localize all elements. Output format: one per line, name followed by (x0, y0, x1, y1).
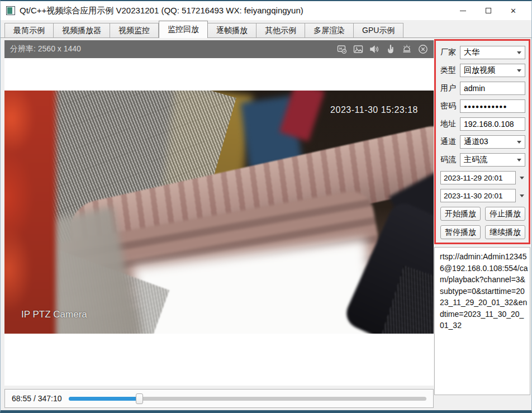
start-datetime-row: 2023-11-29 20:01 (440, 171, 525, 184)
form-row-username: 用户 admin (440, 82, 525, 95)
connection-form: 厂家 大华 类型 回放视频 用户 admin 密码 ●●●●●●●●●●● (434, 39, 530, 244)
window-controls: ✕ (450, 1, 526, 20)
username-value: admin (464, 84, 485, 93)
form-row-type: 类型 回放视频 (440, 64, 525, 77)
window-title: Qt/C++视频综合应用示例 V20231201 (QQ: 517216493 … (20, 6, 303, 16)
seek-slider[interactable] (69, 393, 426, 404)
chevron-down-icon (517, 51, 521, 54)
tab-frame-playback[interactable]: 逐帧播放 (208, 23, 256, 38)
rtsp-url-textarea[interactable]: rtsp://admin:Admin123456@192.168.0.108:5… (434, 247, 530, 395)
minimize-icon (460, 11, 466, 11)
start-datetime-value: 2023-11-29 20:01 (444, 174, 503, 182)
minimize-button[interactable] (450, 1, 476, 20)
address-input[interactable]: 192.168.0.108 (460, 117, 525, 131)
type-value: 回放视频 (464, 65, 495, 75)
tab-bar: 最简示例 视频播放器 视频监控 监控回放 逐帧播放 其他示例 多屏渲染 GPU示… (1, 20, 531, 38)
camera-name-overlay: IP PTZ Camera (21, 309, 87, 320)
address-label: 地址 (440, 119, 458, 129)
chevron-down-icon (517, 141, 521, 144)
end-datetime-dropdown[interactable] (516, 189, 525, 202)
ptz-hand-icon[interactable] (384, 43, 397, 55)
resolution-label: 分辨率: 2560 x 1440 (10, 44, 336, 54)
stop-playback-button[interactable]: 停止播放 (485, 207, 525, 221)
record-icon[interactable] (336, 43, 348, 55)
stream-label: 码流 (440, 155, 458, 165)
type-select[interactable]: 回放视频 (460, 64, 525, 77)
video-panel: 分辨率: 2560 x 1440 (4, 40, 434, 386)
form-row-address: 地址 192.168.0.108 (440, 117, 525, 131)
tab-video-player[interactable]: 视频播放器 (54, 23, 110, 38)
manufacturer-value: 大华 (464, 48, 479, 58)
form-row-manufacturer: 厂家 大华 (440, 46, 525, 59)
username-input[interactable]: admin (460, 82, 525, 95)
password-label: 密码 (440, 101, 458, 111)
tab-multi-screen-render[interactable]: 多屏渲染 (305, 23, 354, 38)
playback-buttons-row-2: 暂停播放 继续播放 (440, 225, 525, 239)
start-datetime-dropdown[interactable] (516, 171, 525, 184)
pause-playback-button[interactable]: 暂停播放 (440, 225, 481, 239)
tab-monitor-playback[interactable]: 监控回放 (159, 21, 208, 38)
playback-seek-bar: 68:55 / 347:10 (4, 389, 434, 408)
form-row-password: 密码 ●●●●●●●●●●● (440, 99, 525, 113)
tab-other-examples[interactable]: 其他示例 (256, 23, 305, 38)
chevron-down-icon (517, 69, 521, 72)
stream-value: 主码流 (464, 155, 487, 165)
channel-value: 通道03 (464, 137, 488, 147)
end-datetime-row: 2023-11-30 20:01 (440, 189, 525, 202)
channel-select[interactable]: 通道03 (460, 135, 525, 149)
playback-time-label: 68:55 / 347:10 (12, 394, 62, 403)
alarm-icon[interactable] (401, 43, 413, 55)
video-toolbar (336, 43, 429, 55)
video-osd-bar: 分辨率: 2560 x 1440 (4, 40, 434, 58)
close-icon: ✕ (510, 7, 516, 15)
tab-gpu-example[interactable]: GPU示例 (354, 23, 403, 38)
password-value: ●●●●●●●●●●● (464, 103, 507, 110)
form-row-channel: 通道 通道03 (440, 135, 525, 149)
snapshot-icon[interactable] (352, 43, 364, 55)
maximize-icon (486, 8, 491, 13)
tab-minimal-example[interactable]: 最简示例 (4, 23, 54, 38)
title-bar: Qt/C++视频综合应用示例 V20231201 (QQ: 517216493 … (1, 1, 531, 20)
close-button[interactable]: ✕ (501, 1, 526, 20)
playback-buttons-row-1: 开始播放 停止播放 (440, 207, 525, 221)
type-label: 类型 (440, 65, 458, 75)
form-row-stream: 码流 主码流 (440, 153, 525, 167)
seek-slider-fill (69, 397, 140, 401)
manufacturer-select[interactable]: 大华 (460, 46, 525, 59)
video-frame[interactable]: 2023-11-30 15:23:18 IP PTZ Camera (4, 91, 434, 334)
chevron-down-icon (517, 159, 521, 162)
maximize-button[interactable] (476, 1, 501, 20)
volume-icon[interactable] (368, 43, 381, 55)
playback-control-panel: 厂家 大华 类型 回放视频 用户 admin 密码 ●●●●●●●●●●● (434, 39, 530, 395)
end-datetime-input[interactable]: 2023-11-30 20:01 (440, 189, 516, 202)
username-label: 用户 (440, 83, 458, 93)
app-icon (6, 6, 15, 15)
resume-playback-button[interactable]: 继续播放 (485, 225, 525, 239)
stream-select[interactable]: 主码流 (460, 153, 525, 167)
manufacturer-label: 厂家 (440, 48, 458, 58)
start-datetime-input[interactable]: 2023-11-29 20:01 (440, 171, 516, 184)
video-timestamp-overlay: 2023-11-30 15:23:18 (330, 105, 418, 115)
chevron-down-icon (520, 194, 524, 197)
seek-slider-handle[interactable] (136, 393, 143, 404)
address-value: 192.168.0.108 (464, 120, 514, 129)
chevron-down-icon (520, 177, 524, 179)
tab-video-monitor[interactable]: 视频监控 (110, 23, 159, 38)
video-scene-layer (4, 91, 56, 334)
password-input[interactable]: ●●●●●●●●●●● (460, 99, 525, 113)
end-datetime-value: 2023-11-30 20:01 (444, 192, 503, 200)
channel-label: 通道 (440, 137, 458, 147)
close-stream-icon[interactable] (417, 43, 429, 55)
start-playback-button[interactable]: 开始播放 (440, 207, 481, 221)
